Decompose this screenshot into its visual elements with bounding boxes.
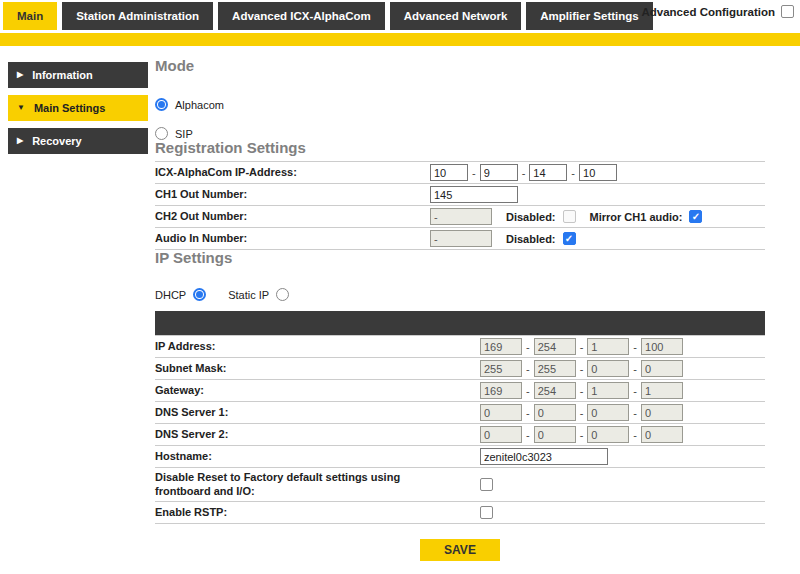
subnet-mask-octet-1 bbox=[480, 360, 522, 377]
disable-reset-row: Disable Reset to Factory default setting… bbox=[155, 467, 765, 501]
icx-ip-label: ICX-AlphaCom IP-Address: bbox=[155, 165, 430, 179]
ip-address-row: IP Address: - - - bbox=[155, 335, 765, 357]
octet-separator: - bbox=[526, 407, 530, 419]
ip-address-octet-1 bbox=[480, 338, 522, 355]
tab-label: Main bbox=[17, 10, 43, 22]
alphacom-radio-label: Alphacom bbox=[175, 99, 224, 111]
sidebar-item-recovery[interactable]: ▶ Recovery bbox=[8, 128, 148, 154]
hostname-label: Hostname: bbox=[155, 449, 480, 463]
ip-address-label: IP Address: bbox=[155, 339, 480, 353]
ch1-out-input[interactable] bbox=[430, 186, 518, 203]
dns2-octet-4 bbox=[641, 426, 683, 443]
dns1-octet-2 bbox=[534, 404, 576, 421]
advanced-configuration-checkbox[interactable]: ✓ bbox=[781, 5, 794, 18]
audio-in-row: Audio In Number: Disabled: ✓ bbox=[155, 227, 765, 249]
disable-reset-label: Disable Reset to Factory default setting… bbox=[155, 470, 405, 499]
octet-separator: - bbox=[580, 429, 584, 441]
dhcp-radio[interactable] bbox=[193, 288, 206, 301]
ip-address-octet-3 bbox=[587, 338, 629, 355]
sip-radio[interactable] bbox=[155, 127, 168, 140]
check-icon: ✓ bbox=[482, 507, 490, 517]
ip-settings-table: IP Address: - - - Subnet Mask: - - - bbox=[155, 335, 765, 524]
dhcp-radio-label: DHCP bbox=[155, 289, 186, 301]
tab-label: Station Administration bbox=[76, 10, 199, 22]
chevron-right-icon: ▶ bbox=[17, 137, 23, 145]
registration-section-title: Registration Settings bbox=[155, 140, 765, 156]
sidebar-item-main-settings[interactable]: ▼ Main Settings bbox=[8, 95, 148, 121]
dns2-octet-2 bbox=[534, 426, 576, 443]
ch2-disabled-label: Disabled: bbox=[506, 211, 556, 223]
dns1-octet-1 bbox=[480, 404, 522, 421]
gateway-row: Gateway: - - - bbox=[155, 379, 765, 401]
octet-separator: - bbox=[526, 341, 530, 353]
static-ip-radio[interactable] bbox=[276, 288, 289, 301]
subnet-mask-octet-2 bbox=[534, 360, 576, 377]
tab-advanced-network[interactable]: Advanced Network bbox=[390, 2, 522, 30]
dns2-octet-3 bbox=[587, 426, 629, 443]
tab-label: Amplifier Settings bbox=[540, 10, 638, 22]
octet-separator: - bbox=[571, 167, 575, 179]
mode-option-alphacom: Alphacom bbox=[155, 98, 765, 111]
dns1-octet-3 bbox=[587, 404, 629, 421]
mirror-ch1-audio-checkbox[interactable]: ✓ bbox=[689, 210, 702, 223]
tab-amplifier-settings[interactable]: Amplifier Settings bbox=[526, 2, 652, 30]
ch2-out-row: CH2 Out Number: Disabled: ✓ Mirror CH1 a… bbox=[155, 205, 765, 227]
ip-table-header-bar bbox=[155, 311, 765, 335]
gateway-octet-4 bbox=[641, 382, 683, 399]
subnet-mask-label: Subnet Mask: bbox=[155, 361, 480, 375]
advanced-configuration-label: Advanced Configuration bbox=[641, 6, 775, 18]
tab-main[interactable]: Main bbox=[3, 2, 57, 30]
tab-station-administration[interactable]: Station Administration bbox=[62, 2, 213, 30]
icx-ip-octet-1[interactable] bbox=[430, 164, 468, 181]
save-button[interactable]: SAVE bbox=[420, 539, 500, 561]
icx-ip-octet-3[interactable] bbox=[529, 164, 567, 181]
sidebar-item-label: Main Settings bbox=[34, 102, 106, 114]
chevron-right-icon: ▶ bbox=[17, 71, 23, 79]
tab-label: Advanced Network bbox=[404, 10, 508, 22]
octet-separator: - bbox=[633, 385, 637, 397]
alphacom-radio[interactable] bbox=[155, 98, 168, 111]
octet-separator: - bbox=[633, 429, 637, 441]
check-icon: ✓ bbox=[692, 212, 700, 222]
static-ip-radio-label: Static IP bbox=[228, 289, 269, 301]
gateway-octet-3 bbox=[587, 382, 629, 399]
enable-rstp-checkbox[interactable]: ✓ bbox=[480, 506, 493, 519]
main-content: Mode Alphacom SIP Registration Settings … bbox=[155, 46, 765, 561]
advanced-configuration-toggle: Advanced Configuration ✓ bbox=[641, 5, 794, 18]
dns-server-2-label: DNS Server 2: bbox=[155, 427, 480, 441]
ip-address-octet-4 bbox=[641, 338, 683, 355]
sidebar-item-information[interactable]: ▶ Information bbox=[8, 62, 148, 88]
hostname-row: Hostname: bbox=[155, 445, 765, 467]
octet-separator: - bbox=[633, 363, 637, 375]
mirror-ch1-audio-label: Mirror CH1 audio: bbox=[590, 211, 683, 223]
ch1-out-label: CH1 Out Number: bbox=[155, 187, 430, 201]
check-icon: ✓ bbox=[565, 212, 573, 222]
subnet-mask-octet-3 bbox=[587, 360, 629, 377]
check-icon: ✓ bbox=[783, 7, 791, 17]
octet-separator: - bbox=[633, 407, 637, 419]
ch2-disabled-checkbox: ✓ bbox=[563, 210, 576, 223]
ch2-out-label: CH2 Out Number: bbox=[155, 209, 430, 223]
gateway-octet-1 bbox=[480, 382, 522, 399]
audio-in-input bbox=[430, 230, 492, 247]
ip-section-title: IP Settings bbox=[155, 250, 765, 266]
tab-advanced-icx-alphacom[interactable]: Advanced ICX-AlphaCom bbox=[218, 2, 385, 30]
disable-reset-checkbox[interactable]: ✓ bbox=[480, 478, 493, 491]
enable-rstp-label: Enable RSTP: bbox=[155, 505, 480, 519]
octet-separator: - bbox=[522, 167, 526, 179]
ch2-out-input bbox=[430, 208, 492, 225]
octet-separator: - bbox=[580, 363, 584, 375]
sidebar-item-label: Information bbox=[32, 69, 93, 81]
audio-in-label: Audio In Number: bbox=[155, 231, 430, 245]
enable-rstp-row: Enable RSTP: ✓ bbox=[155, 501, 765, 523]
octet-separator: - bbox=[580, 407, 584, 419]
octet-separator: - bbox=[633, 341, 637, 353]
icx-ip-octet-2[interactable] bbox=[480, 164, 518, 181]
audio-in-disabled-checkbox[interactable]: ✓ bbox=[563, 232, 576, 245]
icx-ip-octet-4[interactable] bbox=[579, 164, 617, 181]
gateway-label: Gateway: bbox=[155, 383, 480, 397]
dns-server-1-label: DNS Server 1: bbox=[155, 405, 480, 419]
hostname-input[interactable] bbox=[480, 448, 608, 465]
dhcp-static-selector: DHCP Static IP bbox=[155, 288, 765, 301]
icx-ip-row: ICX-AlphaCom IP-Address: - - - bbox=[155, 161, 765, 183]
